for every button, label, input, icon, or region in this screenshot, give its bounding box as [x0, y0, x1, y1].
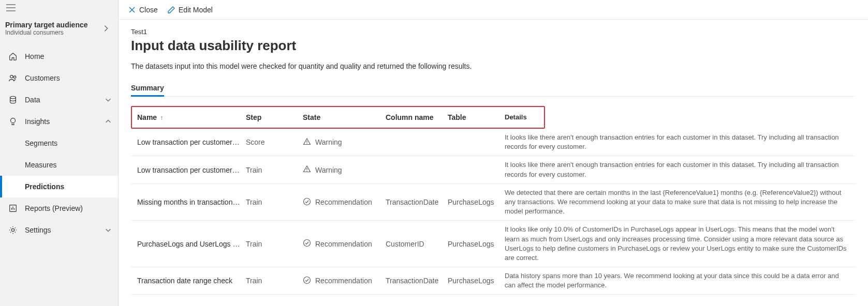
sidebar-item-label: Predictions [25, 182, 64, 191]
state-text: Warning [315, 138, 342, 146]
warning-icon [303, 165, 311, 175]
table-row[interactable]: Low transaction per customer (s...ScoreW… [131, 129, 856, 156]
svg-point-13 [304, 198, 311, 205]
hamburger-icon [6, 4, 16, 11]
column-header-step[interactable]: Step [246, 113, 303, 121]
chevron-up-icon [105, 118, 112, 125]
svg-point-5 [10, 96, 16, 99]
cell-name: Missing months in transactions ... [137, 198, 246, 206]
nav: Home Customers Data Insights Segments Me… [0, 45, 118, 306]
audience-picker[interactable]: Primary target audience Individual consu… [0, 16, 118, 41]
gear-icon [8, 225, 18, 235]
cell-details: It looks like there aren't enough transa… [505, 160, 849, 179]
checkmark-icon [303, 197, 311, 207]
cell-table: PurchaseLogs [448, 277, 505, 285]
close-label: Close [139, 6, 158, 14]
sidebar-item-label: Reports (Preview) [25, 204, 112, 212]
cell-details: We detected that there are certain month… [505, 188, 849, 217]
sidebar-item-label: Insights [25, 117, 97, 126]
chevron-down-icon [105, 226, 112, 234]
cell-details: It looks like there aren't enough transa… [505, 133, 849, 151]
sidebar-item-label: Customers [25, 74, 112, 82]
tab-label: Summary [131, 84, 164, 92]
sidebar-item-insights[interactable]: Insights [0, 111, 118, 132]
insights-icon [8, 117, 18, 126]
cell-name: Low transaction per customer (s... [137, 138, 246, 146]
tabs: Summary [131, 80, 856, 97]
column-header-column-name[interactable]: Column name [386, 113, 448, 121]
edit-icon [167, 6, 175, 14]
svg-point-4 [13, 76, 16, 79]
table-row[interactable]: Missing months in transactions ...TrainR… [131, 184, 856, 221]
sidebar-item-reports[interactable]: Reports (Preview) [0, 197, 118, 219]
cell-state: Warning [303, 137, 386, 147]
state-text: Warning [315, 166, 342, 174]
svg-point-8 [11, 228, 14, 231]
cell-name: Transaction date range check [137, 277, 246, 285]
sidebar-item-data[interactable]: Data [0, 89, 118, 111]
column-header-state[interactable]: State [303, 113, 386, 121]
hamburger-menu[interactable] [0, 0, 118, 16]
audience-title: Primary target audience [5, 21, 88, 29]
svg-point-12 [306, 171, 307, 171]
state-text: Recommendation [315, 240, 372, 248]
sidebar-item-segments[interactable]: Segments [0, 132, 118, 154]
svg-point-10 [306, 143, 307, 144]
cell-column-name: CustomerID [386, 240, 448, 248]
warning-icon [303, 137, 311, 147]
cell-state: Recommendation [303, 276, 386, 286]
cell-column-name: TransactionDate [386, 198, 448, 206]
column-header-name[interactable]: Name↑ [137, 113, 246, 121]
cell-step: Train [246, 240, 303, 248]
toolbar: Close Edit Model [119, 0, 868, 20]
sidebar-item-settings[interactable]: Settings [0, 219, 118, 241]
edit-model-button[interactable]: Edit Model [167, 6, 213, 14]
sidebar-item-customers[interactable]: Customers [0, 67, 118, 89]
cell-state: Recommendation [303, 197, 386, 207]
chevron-right-icon [102, 25, 110, 32]
main: Close Edit Model Test1 Input data usabil… [119, 0, 868, 306]
column-header-details[interactable]: Details [505, 113, 527, 122]
svg-point-15 [304, 277, 311, 283]
table-row[interactable]: Transaction date range checkTrainRecomme… [131, 267, 856, 295]
state-text: Recommendation [315, 198, 372, 206]
cell-column-name: TransactionDate [386, 277, 448, 285]
table-row[interactable]: Low transaction per customer (s...TrainW… [131, 156, 856, 183]
cell-step: Train [246, 166, 303, 174]
cell-name: PurchaseLogs and UserLogs cus... [137, 240, 246, 248]
edit-label: Edit Model [179, 6, 213, 14]
cell-table: PurchaseLogs [448, 198, 505, 206]
sidebar: Primary target audience Individual consu… [0, 0, 119, 306]
sort-ascending-icon: ↑ [160, 114, 163, 121]
page-description: The datasets input into this model were … [131, 62, 856, 70]
close-icon [128, 6, 136, 14]
sidebar-item-measures[interactable]: Measures [0, 154, 118, 176]
checkmark-icon [303, 239, 311, 249]
audience-subtitle: Individual consumers [5, 29, 88, 36]
table-row[interactable]: PurchaseLogs and UserLogs cus...TrainRec… [131, 221, 856, 267]
cell-step: Score [246, 138, 303, 146]
tab-summary[interactable]: Summary [131, 80, 164, 96]
sidebar-item-label: Segments [25, 139, 57, 147]
checkmark-icon [303, 276, 311, 286]
cell-details: It looks like only 10.0% of CustomerIDs … [505, 225, 849, 263]
cell-details: Data history spans more than 10 years. W… [505, 271, 849, 290]
home-icon [8, 52, 18, 61]
sidebar-item-label: Data [25, 96, 97, 104]
column-header-table[interactable]: Table [448, 113, 505, 121]
close-button[interactable]: Close [128, 6, 158, 14]
sidebar-item-predictions[interactable]: Predictions [0, 176, 118, 197]
sidebar-item-home[interactable]: Home [0, 45, 118, 67]
table-header: Name↑ Step State Column name Table Detai… [131, 106, 545, 129]
cell-step: Train [246, 198, 303, 206]
svg-point-6 [11, 118, 16, 123]
svg-point-3 [10, 75, 13, 78]
cell-state: Recommendation [303, 239, 386, 249]
breadcrumb: Test1 [131, 28, 856, 36]
sidebar-item-label: Measures [25, 161, 56, 169]
data-icon [8, 95, 18, 104]
state-text: Recommendation [315, 277, 372, 285]
customers-icon [8, 73, 18, 83]
sidebar-item-label: Settings [25, 226, 97, 234]
sidebar-item-label: Home [25, 52, 112, 60]
